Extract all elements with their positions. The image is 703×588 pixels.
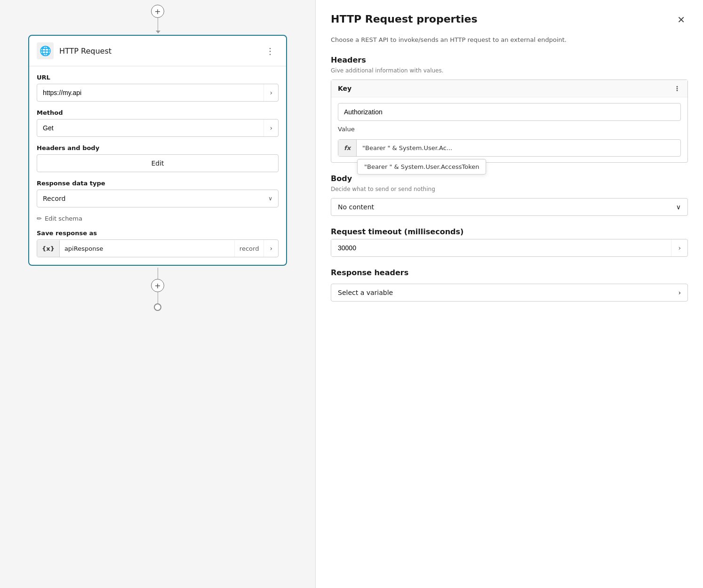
response-type-label: Response data type xyxy=(37,180,279,187)
edit-schema-link[interactable]: ✏ Edit schema xyxy=(37,215,279,222)
close-button[interactable]: ✕ xyxy=(674,13,688,26)
url-field-group: URL › xyxy=(37,74,279,102)
body-hint: Decide what to send or send nothing xyxy=(331,186,688,192)
method-field-group: Method › xyxy=(37,109,279,137)
connector-bottom: + xyxy=(151,268,164,311)
panel-description: Choose a REST API to invoke/sends an HTT… xyxy=(331,36,688,44)
card-kebab-button[interactable]: ⋮ xyxy=(262,44,279,58)
arrow-connector xyxy=(158,18,158,31)
headers-section-title: Headers xyxy=(331,56,688,64)
body-section-title: Body xyxy=(331,174,688,183)
key-input[interactable] xyxy=(338,103,681,121)
card-body: URL › Method › Headers and body Edit xyxy=(29,66,286,265)
response-type-dropdown[interactable]: Record ∨ xyxy=(37,190,279,207)
headers-key-label: Key xyxy=(338,85,352,92)
body-chevron: ∨ xyxy=(676,203,681,211)
response-type-chevron: ∨ xyxy=(268,195,272,202)
card-title: HTTP Request xyxy=(59,47,256,56)
var-name: apiResponse xyxy=(60,240,234,257)
response-headers-arrow: › xyxy=(678,289,681,296)
headers-body-field-group: Headers and body Edit xyxy=(37,144,279,172)
headers-kebab-button[interactable]: ⋮ xyxy=(674,85,681,92)
add-bottom-button[interactable]: + xyxy=(151,279,164,292)
fx-badge: fx xyxy=(338,140,357,156)
plus-icon-bottom: + xyxy=(154,281,160,290)
select-variable-text: Select a variable xyxy=(338,289,393,296)
end-circle xyxy=(154,303,161,311)
fx-value: "Bearer " & System.User.Ac... xyxy=(357,140,680,156)
var-badge: {x} xyxy=(37,240,60,257)
headers-body-label: Headers and body xyxy=(37,144,279,151)
method-label: Method xyxy=(37,109,279,116)
left-panel: + 🌐 HTTP Request ⋮ URL › Method xyxy=(0,0,315,588)
headers-box-header: Key ⋮ xyxy=(331,80,687,97)
edit-schema-label: Edit schema xyxy=(45,215,82,222)
card-header: 🌐 HTTP Request ⋮ xyxy=(29,36,286,66)
headers-box-body: Value fx "Bearer " & System.User.Ac... "… xyxy=(331,97,687,162)
method-input-row[interactable]: › xyxy=(37,119,279,137)
response-type-value: Record xyxy=(43,195,65,202)
panel-title: HTTP Request properties xyxy=(331,13,477,25)
save-response-field-group: Save response as {x} apiResponse record … xyxy=(37,230,279,257)
method-input[interactable] xyxy=(37,119,264,136)
pencil-icon: ✏ xyxy=(37,215,42,222)
timeout-section-title: Request timeout (milliseconds) xyxy=(331,227,688,236)
var-type: record xyxy=(234,240,264,257)
save-response-label: Save response as xyxy=(37,230,279,237)
method-arrow-button[interactable]: › xyxy=(264,119,278,136)
response-type-field-group: Response data type Record ∨ xyxy=(37,180,279,207)
value-label: Value xyxy=(338,126,681,133)
response-headers-title: Response headers xyxy=(331,268,688,277)
http-request-card: 🌐 HTTP Request ⋮ URL › Method › xyxy=(28,35,287,266)
headers-box: Key ⋮ Value fx "Bearer " & System.User.A… xyxy=(331,79,688,163)
save-response-row[interactable]: {x} apiResponse record › xyxy=(37,239,279,257)
timeout-input-row[interactable]: › xyxy=(331,239,688,257)
url-input-row[interactable]: › xyxy=(37,84,279,102)
fx-row: fx "Bearer " & System.User.Ac... "Bearer… xyxy=(338,139,681,157)
body-dropdown[interactable]: No content ∨ xyxy=(331,198,688,216)
response-headers-dropdown[interactable]: Select a variable › xyxy=(331,284,688,302)
edit-button[interactable]: Edit xyxy=(37,154,279,172)
plus-icon-top: + xyxy=(154,7,160,16)
timeout-arrow-button[interactable]: › xyxy=(671,239,687,256)
line-connector-bottom xyxy=(158,268,158,279)
headers-hint: Give additional information with values. xyxy=(331,67,688,74)
right-panel: HTTP Request properties ✕ Choose a REST … xyxy=(315,0,703,588)
timeout-input[interactable] xyxy=(331,239,671,256)
add-top-button[interactable]: + xyxy=(151,5,164,18)
url-label: URL xyxy=(37,74,279,81)
body-value: No content xyxy=(338,203,374,211)
connector-top: + xyxy=(151,0,164,31)
line-connector-bottom2 xyxy=(158,292,158,303)
panel-header: HTTP Request properties ✕ xyxy=(331,13,688,26)
globe-icon: 🌐 xyxy=(37,42,54,59)
url-input[interactable] xyxy=(37,84,264,101)
key-field xyxy=(338,103,681,121)
save-response-arrow[interactable]: › xyxy=(264,240,278,257)
fx-tooltip: "Bearer " & System.User.AccessToken xyxy=(357,159,486,175)
url-arrow-button[interactable]: › xyxy=(264,84,278,101)
